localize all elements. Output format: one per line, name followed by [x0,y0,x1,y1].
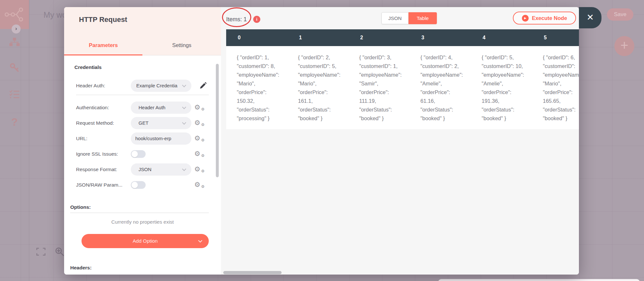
credentials-heading: Credentials [74,64,101,70]
checklist-icon [9,90,20,100]
output-horizontal-scrollbar[interactable] [223,271,282,274]
ignore-ssl-toggle[interactable] [131,150,146,158]
request-method-value: GET [139,117,149,129]
add-option-label: Add Option [82,234,209,248]
chevron-down-icon [182,105,186,109]
tab-parameters[interactable]: Parameters [64,38,143,54]
table-cell: { "orderID": 6, "customerID": "employeeN… [532,46,579,129]
json-raw-toggle[interactable] [131,181,146,189]
sidebar-item-executions[interactable] [0,90,29,100]
chevron-down-icon [182,167,186,171]
ignore-ssl-label: Ignore SSL Issues: [76,146,118,162]
column-header: 0 [226,29,287,46]
gear-settings-icon[interactable]: ⚙⚙ [194,164,204,173]
table-cell: { "orderID": 3, "customerID": 1, "employ… [349,46,410,129]
table-view-button[interactable]: Table [409,12,437,24]
output-table-row: { "orderID": 1, "customerID": 8, "employ… [226,46,579,129]
sidebar-item-help[interactable]: ? [0,116,29,128]
credentials-divider [76,95,209,95]
table-cell: { "orderID": 2, "customerID": 5, "employ… [287,46,349,129]
json-raw-row: JSON/RAW Param... ⚙⚙ [64,177,221,193]
add-option-button[interactable]: Add Option [82,234,209,248]
sitemap-icon [9,38,20,48]
column-header: 2 [349,29,410,46]
output-table-header: 0 1 2 3 4 5 [226,29,579,46]
json-view-button[interactable]: JSON [381,12,409,24]
url-input[interactable]: hook/custom-erp [131,132,191,145]
pencil-icon [199,82,207,89]
table-cell: { "orderID": 4, "customerID": 2, "employ… [410,46,471,129]
tab-settings[interactable]: Settings [143,38,221,54]
gear-settings-icon[interactable]: ⚙⚙ [194,102,204,111]
response-format-label: Response Format: [76,162,117,177]
url-row: URL: hook/custom-erp ⚙⚙ [64,131,221,146]
active-tab-underline [64,54,142,55]
credential-value: Example Credentia [136,80,178,92]
play-icon: ▶ [522,15,529,22]
chevron-down-icon [182,83,186,87]
close-modal-button[interactable]: ✕ [579,7,601,28]
save-button[interactable]: Save [607,8,633,21]
node-settings-modal: ✕ HTTP Request Parameters Settings Crede… [64,7,579,275]
app-root: › [0,0,644,281]
info-icon[interactable]: i [253,16,260,23]
output-view-toggle: JSON Table [381,12,437,24]
column-header: 4 [471,29,532,46]
output-panel: Items: 1 i JSON Table ▶ Execute Node 0 1… [221,7,579,275]
table-cell: { "orderID": 5, "customerID": 10, "emplo… [471,46,532,129]
parameters-scrollbar[interactable] [216,64,219,177]
canvas-bottom-toolbar [438,279,640,281]
edit-credential-button[interactable] [199,82,207,89]
credential-row: Header Auth: Example Credentia [64,78,221,93]
chevron-right-icon: › [15,25,17,32]
gear-settings-icon[interactable]: ⚙⚙ [194,179,204,189]
column-header: 5 [532,29,579,46]
sidebar-item-workflows[interactable] [0,38,29,48]
headers-heading: Headers: [70,265,91,271]
options-heading: Options: [70,204,91,210]
fit-view-button[interactable] [36,248,45,257]
response-format-value: JSON [139,163,151,176]
json-raw-label: JSON/RAW Param... [76,177,122,193]
url-label: URL: [76,131,87,146]
response-format-select[interactable]: JSON [131,163,191,176]
options-divider [70,213,209,213]
request-method-label: Request Method: [76,115,114,131]
sidebar-collapse-button[interactable]: › [12,24,21,34]
tab-bar: Parameters Settings [64,38,221,54]
magnifier-plus-icon [55,252,64,257]
gear-settings-icon[interactable]: ⚙⚙ [194,133,204,142]
options-empty-text: Currently no properties exist [64,219,221,225]
add-node-button[interactable]: + [614,36,634,56]
chevron-down-icon [182,121,186,125]
execute-node-button[interactable]: ▶ Execute Node [513,12,576,24]
request-method-select[interactable]: GET [131,117,191,129]
workflow-title: My wo [43,10,67,20]
authentication-row: Authentication: Header Auth ⚙⚙ [64,100,221,115]
request-method-row: Request Method: GET ⚙⚙ [64,115,221,131]
key-icon [10,63,19,74]
expand-icon [36,251,45,257]
credential-label: Header Auth: [76,78,105,93]
parameters-panel: HTTP Request Parameters Settings Credent… [64,7,221,275]
column-header: 3 [410,29,471,46]
gear-settings-icon[interactable]: ⚙⚙ [194,117,204,127]
plus-icon: + [620,38,629,53]
red-ellipse-annotation [222,7,251,27]
sidebar-item-credentials[interactable] [0,63,29,74]
close-icon: ✕ [587,13,594,22]
sidebar: › [0,0,29,281]
question-mark-icon: ? [11,116,18,128]
output-table: 0 1 2 3 4 5 { "orderID": 1, "customerID"… [226,29,579,136]
table-cell: { "orderID": 1, "customerID": 8, "employ… [226,46,287,129]
column-header: 1 [287,29,349,46]
gear-settings-icon[interactable]: ⚙⚙ [194,148,204,158]
ignore-ssl-row: Ignore SSL Issues: ⚙⚙ [64,146,221,162]
authentication-select[interactable]: Header Auth [131,102,191,114]
authentication-label: Authentication: [76,100,109,115]
execute-node-label: Execute Node [532,15,567,21]
zoom-in-button[interactable] [55,247,64,257]
node-title: HTTP Request [79,15,127,24]
credential-select[interactable]: Example Credentia [131,80,191,92]
url-value: hook/custom-erp [135,132,171,145]
